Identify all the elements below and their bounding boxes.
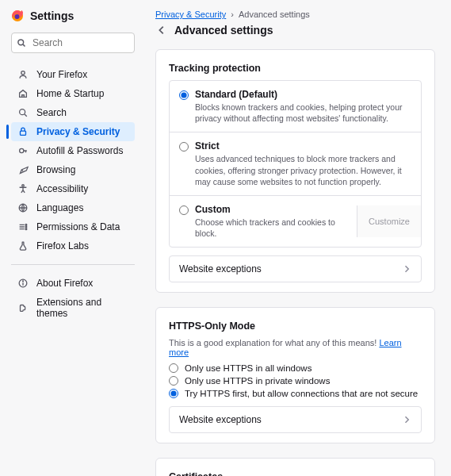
- svg-point-9: [22, 185, 25, 187]
- brand: Settings: [11, 10, 135, 22]
- privacy-security-icon: [17, 126, 29, 137]
- page-title-row: Advanced settings: [155, 24, 435, 36]
- breadcrumb-current: Advanced settings: [239, 10, 310, 19]
- main: Privacy & Security › Advanced settings A…: [143, 0, 451, 476]
- about-firefox-icon: [17, 278, 29, 289]
- svg-point-12: [25, 226, 27, 228]
- search-icon: [17, 38, 26, 48]
- https-radio-private[interactable]: [169, 376, 178, 386]
- sidebar-item-label: Privacy & Security: [36, 126, 120, 137]
- sidebar-item-label: About Firefox: [36, 278, 93, 289]
- tracking-protection-card: Tracking protection Standard (Default)Bl…: [155, 49, 435, 293]
- sidebar-item-your-firefox[interactable]: Your Firefox: [11, 65, 135, 84]
- tracking-option-desc: Blocks known trackers and cookies, helpi…: [195, 102, 411, 124]
- tracking-option-standard[interactable]: Standard (Default)Blocks known trackers …: [170, 81, 421, 132]
- svg-point-8: [20, 148, 24, 152]
- https-exceptions-row[interactable]: Website exceptions: [169, 406, 422, 433]
- sidebar-item-home-startup[interactable]: Home & Startup: [11, 84, 135, 103]
- sidebar-item-browsing[interactable]: Browsing: [11, 160, 135, 179]
- tracking-exceptions-label: Website exceptions: [179, 263, 262, 274]
- chevron-right-icon: [402, 415, 411, 424]
- sidebar-item-label: Search: [36, 107, 67, 118]
- accessibility-icon: [17, 183, 29, 194]
- https-radio-try[interactable]: [169, 389, 178, 398]
- chevron-right-icon: [402, 264, 411, 274]
- https-option-try[interactable]: Try HTTPS first, but allow connections t…: [169, 389, 422, 398]
- sidebar-item-label: Autofill & Passwords: [36, 145, 123, 156]
- svg-line-3: [23, 44, 25, 47]
- firefox-labs-icon: [17, 240, 29, 251]
- https-option-label: Only use HTTPS in private windows: [185, 376, 330, 386]
- sidebar: Settings Your FirefoxHome & StartupSearc…: [0, 0, 143, 476]
- tracking-option-label: Standard (Default): [195, 89, 411, 100]
- https-mode-card: HTTPS-Only Mode This is a good explanati…: [155, 307, 435, 443]
- sidebar-item-autofill-passwords[interactable]: Autofill & Passwords: [11, 141, 135, 160]
- permissions-data-icon: [17, 221, 29, 232]
- sidebar-item-label: Home & Startup: [36, 88, 104, 99]
- sidebar-item-extensions-themes[interactable]: Extensions and themes: [11, 293, 135, 323]
- sidebar-item-privacy-security[interactable]: Privacy & Security: [11, 122, 135, 141]
- svg-point-2: [18, 40, 24, 45]
- autofill-passwords-icon: [17, 145, 29, 156]
- svg-point-11: [25, 225, 27, 226]
- sidebar-item-search[interactable]: Search: [11, 103, 135, 122]
- extensions-themes-icon: [17, 302, 29, 313]
- firefox-logo-icon: [11, 10, 24, 22]
- sidebar-item-languages[interactable]: Languages: [11, 198, 135, 217]
- tracking-option-label: Custom: [195, 204, 341, 215]
- tracking-radio-standard[interactable]: [179, 90, 189, 100]
- tracking-radio-group: Standard (Default)Blocks known trackers …: [169, 80, 422, 248]
- tracking-option-label: Strict: [195, 140, 411, 152]
- sidebar-item-accessibility[interactable]: Accessibility: [11, 179, 135, 198]
- svg-point-5: [20, 109, 25, 115]
- https-option-label: Only use HTTPS in all windows: [185, 363, 311, 373]
- customize-button: Customize: [357, 205, 421, 237]
- breadcrumb-parent[interactable]: Privacy & Security: [155, 10, 226, 19]
- certs-heading: Certificates: [169, 471, 422, 476]
- tracking-radio-strict[interactable]: [179, 142, 189, 152]
- svg-line-6: [25, 114, 27, 117]
- sidebar-item-label: Your Firefox: [36, 69, 87, 80]
- back-button[interactable]: [155, 24, 168, 36]
- tracking-exceptions-row[interactable]: Website exceptions: [169, 255, 422, 282]
- sidebar-item-label: Accessibility: [36, 183, 88, 194]
- sidebar-item-about-firefox[interactable]: About Firefox: [11, 274, 135, 293]
- https-exceptions-label: Website exceptions: [179, 414, 262, 425]
- https-radio-group: Only use HTTPS in all windowsOnly use HT…: [169, 363, 422, 398]
- svg-point-13: [25, 228, 27, 230]
- tracking-option-strict[interactable]: StrictUses advanced techniques to block …: [170, 132, 421, 196]
- sidebar-item-label: Languages: [36, 202, 83, 213]
- search-input[interactable]: [11, 33, 135, 53]
- breadcrumb-separator: ›: [231, 10, 234, 19]
- tracking-option-desc: Uses advanced techniques to block more t…: [195, 153, 411, 187]
- search-wrap: [11, 33, 135, 53]
- browsing-icon: [17, 164, 29, 175]
- sidebar-item-label: Permissions & Data: [36, 221, 120, 232]
- svg-rect-7: [21, 131, 26, 135]
- home-startup-icon: [17, 88, 29, 99]
- your-firefox-icon: [17, 69, 29, 80]
- tracking-option-desc: Choose which trackers and cookies to blo…: [195, 217, 341, 239]
- svg-point-4: [21, 71, 25, 75]
- tracking-heading: Tracking protection: [169, 63, 422, 74]
- tracking-option-custom[interactable]: CustomChoose which trackers and cookies …: [170, 196, 421, 247]
- breadcrumb: Privacy & Security › Advanced settings: [155, 10, 435, 19]
- sidebar-item-firefox-labs[interactable]: Firefox Labs: [11, 236, 135, 255]
- svg-point-1: [15, 14, 20, 19]
- https-option-private[interactable]: Only use HTTPS in private windows: [169, 376, 422, 386]
- https-heading: HTTPS-Only Mode: [169, 321, 422, 332]
- sidebar-item-label: Firefox Labs: [36, 240, 89, 251]
- sidebar-item-label: Extensions and themes: [36, 297, 128, 319]
- https-radio-all[interactable]: [169, 363, 178, 373]
- nav-divider: [11, 264, 135, 265]
- svg-point-16: [23, 281, 24, 282]
- sidebar-item-permissions-data[interactable]: Permissions & Data: [11, 217, 135, 236]
- tracking-radio-custom[interactable]: [179, 205, 189, 215]
- certificates-card: Certificates This is a good explanation …: [155, 458, 435, 476]
- languages-icon: [17, 202, 29, 213]
- https-description: This is a good explanation for what any …: [169, 338, 422, 357]
- https-option-label: Try HTTPS first, but allow connections t…: [185, 389, 418, 398]
- search-icon: [17, 107, 29, 118]
- page-title: Advanced settings: [174, 24, 273, 36]
- https-option-all[interactable]: Only use HTTPS in all windows: [169, 363, 422, 373]
